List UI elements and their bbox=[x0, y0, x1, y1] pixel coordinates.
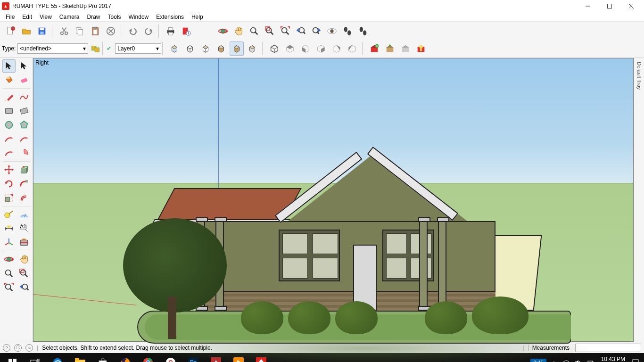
left-button[interactable] bbox=[345, 41, 359, 56]
menu-draw[interactable]: Draw bbox=[83, 13, 104, 21]
shaded-button[interactable] bbox=[214, 41, 228, 56]
xray-button[interactable] bbox=[167, 41, 182, 56]
rotate-tool[interactable] bbox=[2, 177, 16, 190]
menu-edit[interactable]: Edit bbox=[18, 13, 36, 21]
open-button[interactable] bbox=[19, 24, 33, 38]
cut-button[interactable] bbox=[57, 24, 71, 38]
mono-button[interactable] bbox=[245, 41, 259, 56]
firefox-icon[interactable] bbox=[114, 353, 137, 362]
store-icon[interactable] bbox=[91, 353, 114, 362]
dimension-tool[interactable] bbox=[2, 222, 16, 235]
explorer-icon[interactable] bbox=[69, 353, 91, 362]
top-button[interactable] bbox=[283, 41, 297, 56]
tape-tool[interactable] bbox=[2, 208, 16, 221]
redo-button[interactable] bbox=[141, 24, 156, 38]
back-button[interactable] bbox=[330, 41, 344, 56]
circle-tool[interactable] bbox=[2, 118, 16, 132]
bucket-tool[interactable] bbox=[2, 74, 16, 87]
house-model[interactable] bbox=[142, 122, 505, 311]
task-view-button[interactable] bbox=[24, 353, 46, 362]
print-button[interactable] bbox=[164, 24, 178, 38]
chrome-icon[interactable] bbox=[137, 353, 159, 362]
paste-button[interactable] bbox=[88, 24, 102, 38]
undo-button[interactable] bbox=[126, 24, 140, 38]
menu-window[interactable]: Window bbox=[125, 13, 153, 21]
followme-tool[interactable] bbox=[17, 177, 31, 190]
eraser-tool[interactable] bbox=[17, 74, 31, 87]
pushpull-tool[interactable] bbox=[17, 163, 31, 176]
front-button[interactable] bbox=[298, 41, 313, 56]
delete-button[interactable] bbox=[104, 24, 118, 38]
menu-extensions[interactable]: Extensions bbox=[152, 13, 188, 21]
pencil-tool[interactable] bbox=[2, 90, 16, 103]
geolocation-icon[interactable]: ? bbox=[3, 344, 10, 352]
autocad-icon[interactable]: A bbox=[205, 353, 227, 362]
photoshop-icon[interactable]: Ps bbox=[182, 353, 205, 362]
credits-icon[interactable]: ⓘ bbox=[14, 344, 22, 352]
scale-tool[interactable] bbox=[2, 191, 16, 205]
layer-dropdown[interactable]: Layer0 ▾ bbox=[115, 43, 161, 54]
prev-button[interactable] bbox=[294, 24, 308, 38]
text-tool[interactable]: A1 bbox=[17, 222, 31, 235]
polygon-tool[interactable] bbox=[17, 118, 31, 132]
arc-3pt-tool[interactable] bbox=[2, 147, 16, 160]
right-button[interactable] bbox=[314, 41, 328, 56]
move-tool[interactable] bbox=[2, 163, 16, 176]
zoom-win-cam-button[interactable] bbox=[263, 24, 277, 38]
media-player-icon[interactable] bbox=[227, 353, 250, 362]
menu-camera[interactable]: Camera bbox=[56, 13, 83, 21]
menu-file[interactable]: File bbox=[2, 13, 18, 21]
rectangle-select-tool[interactable] bbox=[17, 59, 31, 73]
arc-2pt-tool[interactable] bbox=[2, 132, 16, 146]
pan-cam-button[interactable] bbox=[231, 24, 246, 38]
section-tool[interactable] bbox=[17, 236, 31, 249]
edge-icon[interactable] bbox=[46, 353, 69, 362]
pan-tool[interactable] bbox=[17, 253, 31, 266]
position-button[interactable] bbox=[356, 24, 370, 38]
maximize-button[interactable] bbox=[599, 0, 620, 12]
menu-view[interactable]: View bbox=[36, 13, 56, 21]
iso-button[interactable] bbox=[267, 41, 281, 56]
layer-visible-icon[interactable]: ✔ bbox=[106, 45, 112, 52]
arc-tool[interactable] bbox=[17, 132, 31, 146]
paint-all-same-icon[interactable] bbox=[90, 43, 101, 54]
rectangle-tool[interactable] bbox=[2, 104, 16, 117]
offset-tool[interactable] bbox=[17, 191, 31, 205]
zoom-ext-cam-button[interactable] bbox=[278, 24, 292, 38]
warehouse-button[interactable] bbox=[367, 41, 381, 56]
zoom-extents-tool[interactable] bbox=[2, 281, 16, 294]
orbit-cam-button[interactable] bbox=[216, 24, 230, 38]
freehand-tool[interactable] bbox=[17, 90, 31, 103]
new-button[interactable]: + bbox=[4, 24, 18, 38]
wire-button[interactable] bbox=[183, 41, 197, 56]
zoom-window-tool[interactable] bbox=[17, 267, 31, 280]
prev-view-tool[interactable] bbox=[17, 281, 31, 294]
save-button[interactable] bbox=[35, 24, 49, 38]
shaded-tex-button[interactable] bbox=[230, 41, 244, 56]
orbit-tool[interactable] bbox=[2, 253, 16, 266]
look-button[interactable] bbox=[325, 24, 339, 38]
extensions-button[interactable] bbox=[414, 41, 428, 56]
close-button[interactable] bbox=[620, 0, 642, 12]
viewport[interactable]: Right bbox=[33, 58, 634, 342]
signin-icon[interactable]: ☺ bbox=[25, 344, 33, 352]
hidden-button[interactable] bbox=[198, 41, 213, 56]
sketchup-taskbar-icon[interactable] bbox=[250, 353, 272, 362]
zoom-tool[interactable] bbox=[2, 267, 16, 280]
select-tool[interactable] bbox=[2, 59, 16, 73]
clock[interactable]: 10:43 PM 8/6/2019 bbox=[597, 356, 629, 362]
rect-rot-tool[interactable] bbox=[17, 104, 31, 117]
next-button[interactable] bbox=[309, 24, 323, 38]
copy-button[interactable] bbox=[73, 24, 87, 38]
axes-tool[interactable] bbox=[2, 236, 16, 249]
menu-tools[interactable]: Tools bbox=[104, 13, 125, 21]
app-icon[interactable]: Q bbox=[159, 353, 182, 362]
default-tray-tab[interactable]: Default Tray bbox=[634, 58, 644, 342]
walk-button[interactable] bbox=[340, 24, 355, 38]
pie-tool[interactable] bbox=[17, 147, 31, 160]
type-dropdown[interactable]: <undefined> ▾ bbox=[17, 43, 88, 54]
start-button[interactable] bbox=[1, 353, 24, 362]
protractor-tool[interactable] bbox=[17, 208, 31, 221]
menu-help[interactable]: Help bbox=[188, 13, 207, 21]
components-button[interactable] bbox=[398, 41, 413, 56]
